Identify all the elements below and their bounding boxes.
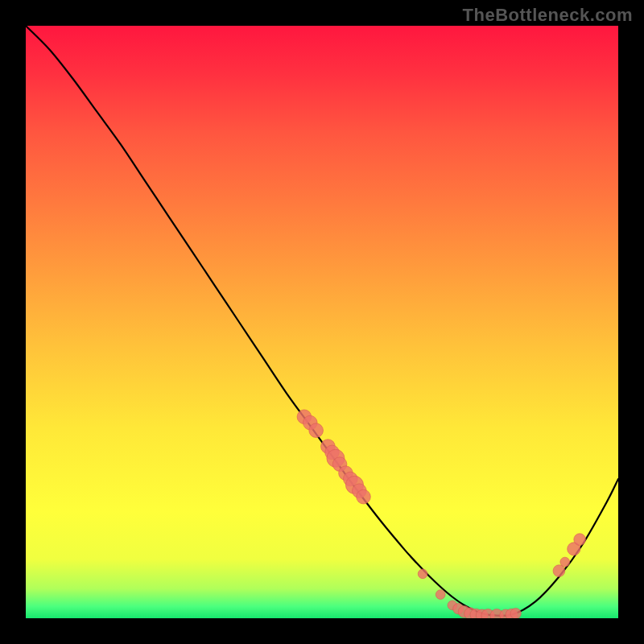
- marker-point: [506, 609, 518, 618]
- marker-point: [510, 608, 521, 618]
- marker-point: [470, 609, 482, 618]
- marker-point: [353, 484, 367, 498]
- marker-point: [345, 476, 363, 493]
- marker-point: [303, 415, 317, 430]
- marker-point: [448, 601, 457, 610]
- marker-point: [481, 609, 494, 618]
- plot-area: [26, 26, 618, 618]
- marker-point: [339, 466, 353, 481]
- marker-point: [458, 606, 470, 618]
- marker-point: [464, 608, 477, 618]
- watermark-text: TheBottleneck.com: [463, 5, 633, 26]
- marker-point: [560, 557, 570, 567]
- bottleneck-curve: [26, 26, 618, 616]
- marker-point: [321, 440, 336, 454]
- marker-point: [476, 609, 488, 618]
- marker-group: [297, 410, 585, 618]
- marker-point: [327, 449, 345, 467]
- marker-point: [297, 410, 312, 424]
- marker-point: [332, 457, 347, 472]
- marker-point: [574, 534, 586, 546]
- marker-point: [490, 609, 503, 618]
- marker-point: [309, 423, 324, 438]
- marker-point: [553, 565, 565, 577]
- marker-point: [357, 489, 371, 504]
- marker-point: [453, 604, 464, 614]
- marker-point: [500, 609, 512, 618]
- curve-svg: [26, 26, 618, 618]
- marker-point: [325, 445, 340, 460]
- chart-frame: TheBottleneck.com: [0, 0, 644, 644]
- marker-point: [418, 569, 427, 579]
- marker-point: [436, 590, 445, 600]
- marker-point: [344, 472, 358, 486]
- marker-point: [568, 543, 580, 555]
